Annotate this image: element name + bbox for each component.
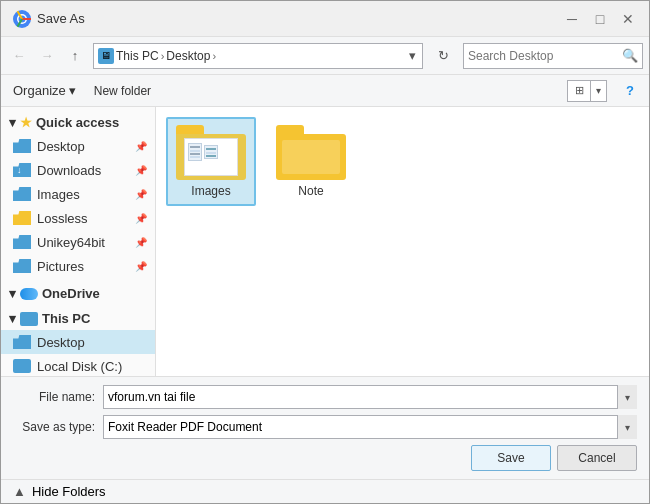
- address-toolbar: ← → ↑ This PC › Desktop › ▾ ↻ 🔍: [1, 37, 649, 75]
- organize-label: Organize: [13, 83, 66, 98]
- chrome-icon: [13, 10, 31, 28]
- sidebar-item-label-desktop: Desktop: [37, 139, 85, 154]
- desktop2-folder-icon: [13, 335, 31, 349]
- sidebar-item-label-onedrive: OneDrive: [42, 286, 100, 301]
- desktop-folder-icon: [13, 139, 31, 153]
- filetype-dropdown-arrow[interactable]: ▾: [617, 415, 637, 439]
- file-item-note[interactable]: Note: [266, 117, 356, 206]
- search-input[interactable]: [468, 49, 622, 63]
- file-item-label-note: Note: [298, 184, 323, 198]
- pc-icon: [98, 48, 114, 64]
- save-as-dialog: Save As ─ □ ✕ ← → ↑ This PC › Desktop › …: [0, 0, 650, 504]
- cancel-button[interactable]: Cancel: [557, 445, 637, 471]
- sidebar: ▾ ★ Quick access Desktop 📌 ↓ Downloads 📌: [1, 107, 156, 376]
- sidebar-item-downloads[interactable]: ↓ Downloads 📌: [1, 158, 155, 182]
- title-bar: Save As ─ □ ✕: [1, 1, 649, 37]
- back-button[interactable]: ←: [7, 44, 31, 68]
- filename-dropdown-arrow[interactable]: ▾: [617, 385, 637, 409]
- crumb-sep2: ›: [212, 50, 216, 62]
- forward-button[interactable]: →: [35, 44, 59, 68]
- lossless-folder-icon: [13, 211, 31, 225]
- new-folder-button[interactable]: New folder: [88, 82, 157, 100]
- maximize-button[interactable]: □: [587, 9, 613, 29]
- file-item-label-images: Images: [191, 184, 230, 198]
- sidebar-item-label-quick-access: Quick access: [36, 115, 119, 130]
- sidebar-section-thispc[interactable]: ▾ This PC: [1, 307, 155, 330]
- address-bar[interactable]: This PC › Desktop › ▾: [93, 43, 423, 69]
- pin-icon-images: 📌: [135, 189, 147, 200]
- sidebar-item-desktop[interactable]: Desktop 📌: [1, 134, 155, 158]
- window-controls: ─ □ ✕: [559, 9, 641, 29]
- note-folder-large: [276, 125, 346, 180]
- main-content: ▾ ★ Quick access Desktop 📌 ↓ Downloads 📌: [1, 107, 649, 376]
- sidebar-item-unikey[interactable]: Unikey64bit 📌: [1, 230, 155, 254]
- up-button[interactable]: ↑: [63, 44, 87, 68]
- thispc-expand-icon: ▾: [9, 311, 16, 326]
- filename-input-wrapper: ▾: [103, 385, 637, 409]
- sidebar-item-label-downloads: Downloads: [37, 163, 101, 178]
- hide-folders-icon: ▲: [13, 484, 26, 499]
- sidebar-item-localdisk[interactable]: Local Disk (C:): [1, 354, 155, 376]
- pin-icon-lossless: 📌: [135, 213, 147, 224]
- organize-dropdown-icon: [69, 83, 76, 98]
- sidebar-item-desktop2[interactable]: Desktop: [1, 330, 155, 354]
- sidebar-item-label-lossless: Lossless: [37, 211, 88, 226]
- images-folder-icon: [13, 187, 31, 201]
- pin-icon-desktop: 📌: [135, 141, 147, 152]
- save-button[interactable]: Save: [471, 445, 551, 471]
- images-folder-large: [176, 125, 246, 180]
- filetype-input[interactable]: [103, 415, 637, 439]
- pin-icon-pictures: 📌: [135, 261, 147, 272]
- dialog-title: Save As: [37, 11, 559, 26]
- search-icon[interactable]: 🔍: [622, 48, 638, 63]
- filetype-row: Save as type: ▾: [13, 415, 637, 439]
- help-button[interactable]: ?: [619, 80, 641, 102]
- view-controls: ⊞ ▾: [567, 80, 607, 102]
- sidebar-section-onedrive[interactable]: ▾ OneDrive: [1, 282, 155, 305]
- sidebar-item-label-pictures: Pictures: [37, 259, 84, 274]
- sidebar-item-label-thispc: This PC: [42, 311, 90, 326]
- crumb-desktop: Desktop: [166, 49, 210, 63]
- organize-button[interactable]: Organize: [9, 81, 80, 100]
- downloads-folder-icon: ↓: [13, 163, 31, 177]
- view-dropdown-button[interactable]: ▾: [591, 80, 607, 102]
- sidebar-section-quick-access[interactable]: ▾ ★ Quick access: [1, 111, 155, 134]
- onedrive-icon: [20, 288, 38, 300]
- sidebar-item-images[interactable]: Images 📌: [1, 182, 155, 206]
- sidebar-item-label-localdisk: Local Disk (C:): [37, 359, 122, 374]
- button-row: Save Cancel: [13, 445, 637, 471]
- sidebar-item-pictures[interactable]: Pictures 📌: [1, 254, 155, 278]
- crumb-thispc: This PC: [116, 49, 159, 63]
- file-item-images[interactable]: Images: [166, 117, 256, 206]
- hide-folders-label: Hide Folders: [32, 484, 106, 499]
- sidebar-item-label-images: Images: [37, 187, 80, 202]
- sidebar-item-label-unikey: Unikey64bit: [37, 235, 105, 250]
- search-bar[interactable]: 🔍: [463, 43, 643, 69]
- onedrive-expand-icon: ▾: [9, 286, 16, 301]
- filename-row: File name: ▾: [13, 385, 637, 409]
- quick-access-star-icon: ★: [20, 115, 32, 130]
- pin-icon-downloads: 📌: [135, 165, 147, 176]
- minimize-button[interactable]: ─: [559, 9, 585, 29]
- address-dropdown-button[interactable]: ▾: [407, 48, 418, 63]
- crumb-sep1: ›: [161, 50, 165, 62]
- refresh-button[interactable]: ↻: [431, 44, 455, 68]
- sidebar-item-lossless[interactable]: Lossless 📌: [1, 206, 155, 230]
- localdisk-icon: [13, 359, 31, 373]
- unikey-folder-icon: [13, 235, 31, 249]
- filename-input[interactable]: [103, 385, 637, 409]
- quick-access-expand-icon: ▾: [9, 115, 16, 130]
- secondary-toolbar: Organize New folder ⊞ ▾ ?: [1, 75, 649, 107]
- view-button[interactable]: ⊞: [567, 80, 591, 102]
- filename-label: File name:: [13, 390, 103, 404]
- close-button[interactable]: ✕: [615, 9, 641, 29]
- pin-icon-unikey: 📌: [135, 237, 147, 248]
- filetype-label: Save as type:: [13, 420, 103, 434]
- hide-folders-bar[interactable]: ▲ Hide Folders: [1, 479, 649, 503]
- filetype-input-wrapper: ▾: [103, 415, 637, 439]
- address-crumb: This PC › Desktop ›: [98, 48, 407, 64]
- bottom-form-area: File name: ▾ Save as type: ▾ Save Cancel: [1, 376, 649, 479]
- pictures-folder-icon: [13, 259, 31, 273]
- file-area: Images Note: [156, 107, 649, 376]
- sidebar-item-label-desktop2: Desktop: [37, 335, 85, 350]
